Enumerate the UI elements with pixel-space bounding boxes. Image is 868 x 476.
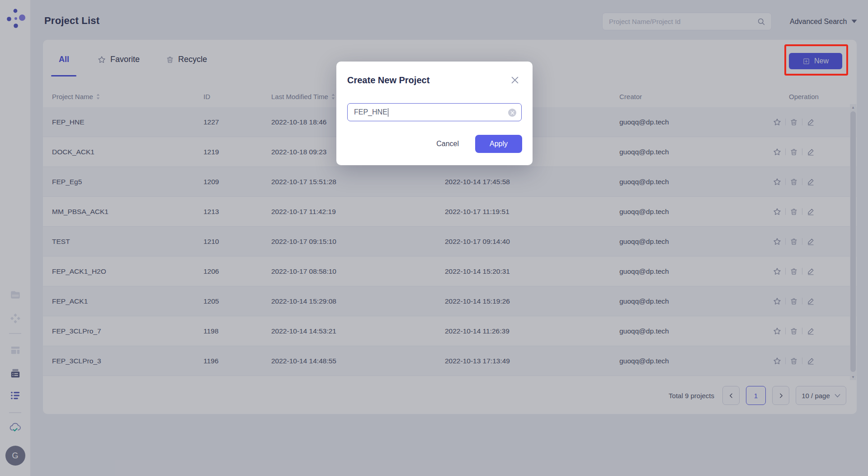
text-cursor [388,108,389,117]
create-project-modal: Create New Project FEP_HNE Cancel Apply [336,62,533,165]
cancel-button[interactable]: Cancel [436,135,459,153]
clear-input-icon[interactable] [508,109,516,117]
modal-title: Create New Project [347,75,429,86]
apply-button[interactable]: Apply [475,135,522,153]
project-name-input[interactable]: FEP_HNE [347,103,522,121]
project-name-value: FEP_HNE [354,108,387,116]
close-icon[interactable] [510,75,520,85]
